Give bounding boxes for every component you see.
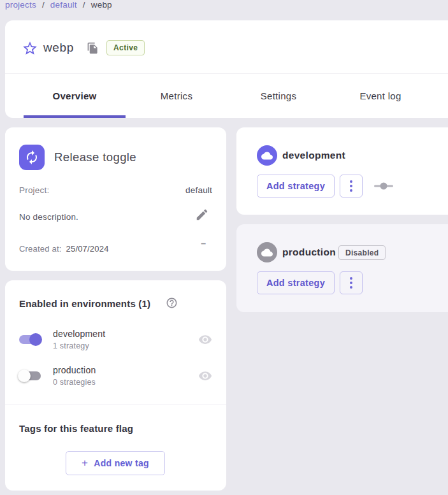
toggle-thumb [18, 369, 31, 382]
environment-card-name: production [282, 247, 336, 258]
add-strategy-button-production[interactable]: Add strategy [257, 271, 335, 294]
copy-icon [87, 42, 99, 54]
tab-metrics-label: Metrics [161, 90, 192, 101]
toggle-thumb [29, 333, 42, 346]
tab-event-log-label: Event log [359, 90, 401, 101]
feature-flag-page: projects / default / webp webp Active Ov… [0, 0, 448, 495]
tab-bar: Overview Metrics Settings Event log [24, 73, 431, 118]
favorite-star-button[interactable] [22, 40, 38, 57]
breadcrumb-current-page: webp [91, 0, 112, 10]
collapse-dash: – [201, 238, 206, 248]
autorenew-icon [24, 150, 40, 165]
kebab-dot [350, 282, 352, 284]
copy-name-button[interactable] [86, 42, 99, 55]
project-label: Project: [19, 185, 49, 195]
cloud-icon [261, 248, 273, 257]
production-toggle[interactable] [18, 369, 42, 382]
tab-overview-label: Overview [52, 90, 96, 101]
kebab-dot [350, 180, 352, 183]
eye-icon [198, 333, 212, 347]
lifecycle-stage-icon[interactable] [374, 182, 393, 190]
tab-settings-label: Settings [261, 90, 297, 101]
kebab-dot [350, 277, 352, 280]
environments-panel-card: Enabled in environments (1) development … [5, 280, 226, 491]
created-at-row: Created at: 25/07/2024 [19, 244, 109, 254]
development-environment-card: development Add strategy [236, 127, 448, 215]
environment-strategy-count: 1 strategy [53, 341, 89, 350]
flag-details-card: Release toggle Project: default No descr… [5, 127, 226, 271]
environment-cloud-icon [257, 242, 277, 262]
tab-metrics[interactable]: Metrics [126, 73, 228, 118]
feature-header-card: webp Active Overview Metrics Settings Ev… [5, 20, 448, 118]
created-at-value: 25/07/2024 [66, 244, 109, 254]
project-row: Project: default [19, 185, 212, 195]
description-text: No description. [19, 212, 78, 222]
breadcrumb-projects-link[interactable]: projects [5, 0, 36, 10]
production-visibility-button[interactable] [198, 369, 212, 383]
eye-icon [198, 369, 212, 383]
help-button[interactable] [165, 297, 178, 310]
environment-name: production [53, 365, 96, 375]
edit-description-button[interactable] [194, 208, 210, 223]
production-environment-card: production Disabled Add strategy [236, 224, 448, 312]
tab-event-log[interactable]: Event log [329, 73, 431, 118]
cloud-icon [261, 151, 273, 161]
feature-title: webp [43, 41, 74, 55]
star-icon [22, 40, 38, 57]
pencil-icon [195, 208, 209, 222]
tab-settings[interactable]: Settings [228, 73, 329, 118]
development-toggle[interactable] [18, 333, 42, 346]
breadcrumb: projects / default / webp [5, 0, 112, 10]
add-strategy-button-development[interactable]: Add strategy [257, 175, 335, 197]
status-badge: Active [106, 40, 145, 55]
breadcrumb-separator: / [42, 0, 45, 10]
development-more-menu-button[interactable] [340, 175, 363, 197]
created-at-label: Created at: [19, 244, 62, 254]
release-toggle-icon [19, 145, 45, 170]
project-value: default [185, 185, 212, 195]
tab-overview[interactable]: Overview [24, 73, 126, 118]
add-new-tag-label: Add new tag [94, 458, 149, 468]
breadcrumb-separator: / [83, 0, 85, 10]
breadcrumb-default-link[interactable]: default [50, 0, 77, 10]
help-icon [166, 297, 178, 309]
production-more-menu-button[interactable] [340, 271, 363, 294]
kebab-dot [350, 189, 352, 192]
development-visibility-button[interactable] [198, 333, 212, 347]
add-new-tag-button[interactable]: + Add new tag [66, 451, 165, 475]
environment-cloud-icon [257, 145, 277, 166]
environments-panel-title: Enabled in environments (1) [19, 298, 150, 309]
panel-divider [5, 405, 226, 405]
environment-name: development [53, 329, 105, 339]
environment-card-name: development [282, 150, 345, 161]
active-tab-indicator [24, 115, 126, 118]
plus-icon: + [82, 457, 88, 470]
disabled-chip: Disabled [338, 245, 386, 260]
kebab-dot [350, 286, 352, 289]
environment-strategy-count: 0 strategies [53, 378, 96, 387]
flag-type-title: Release toggle [54, 150, 136, 164]
tags-section-title: Tags for this feature flag [19, 423, 133, 434]
kebab-dot [350, 185, 352, 187]
